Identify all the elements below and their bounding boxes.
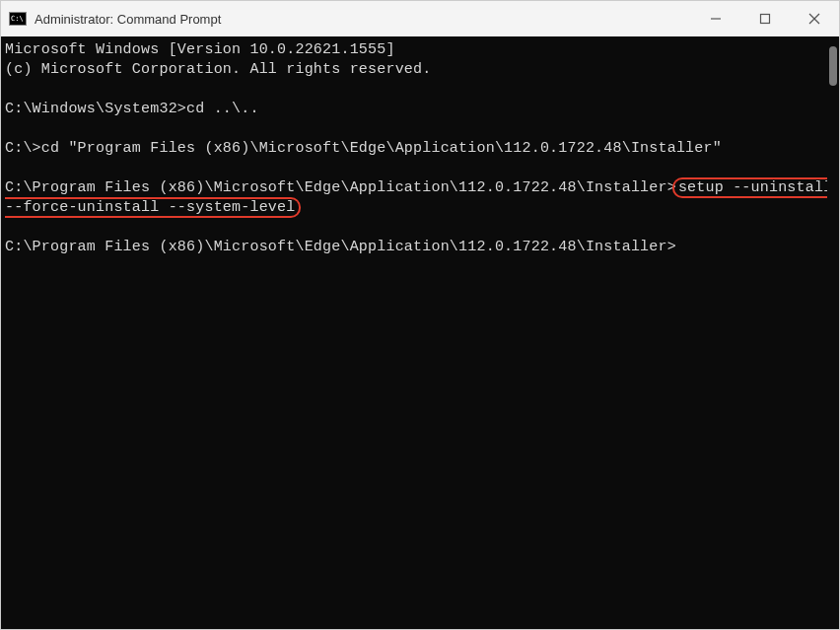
svg-rect-3 — [761, 15, 770, 24]
terminal-area[interactable]: Microsoft Windows [Version 10.0.22621.15… — [1, 36, 839, 629]
minimize-button[interactable] — [691, 1, 740, 36]
cmd-icon: C:\ — [9, 11, 27, 27]
window-controls — [691, 1, 839, 36]
scrollbar-track[interactable] — [827, 36, 839, 629]
terminal-line: C:\Program Files (x86)\Microsoft\Edge\Ap… — [5, 238, 833, 257]
terminal-line — [5, 119, 833, 139]
svg-text:C:\: C:\ — [11, 15, 24, 23]
terminal-line: (c) Microsoft Corporation. All rights re… — [5, 60, 833, 80]
close-button[interactable] — [790, 1, 839, 36]
terminal-line — [5, 218, 833, 238]
terminal-output[interactable]: Microsoft Windows [Version 10.0.22621.15… — [1, 36, 839, 261]
titlebar[interactable]: C:\ Administrator: Command Prompt — [1, 1, 839, 36]
terminal-line: Microsoft Windows [Version 10.0.22621.15… — [5, 40, 833, 60]
window-title: Administrator: Command Prompt — [35, 12, 221, 27]
terminal-line: C:\>cd "Program Files (x86)\Microsoft\Ed… — [5, 139, 833, 159]
terminal-line — [5, 80, 833, 100]
scrollbar-thumb[interactable] — [829, 46, 837, 86]
terminal-line: C:\Program Files (x86)\Microsoft\Edge\Ap… — [5, 178, 833, 218]
terminal-line: C:\Windows\System32>cd ..\.. — [5, 100, 833, 119]
maximize-button[interactable] — [740, 1, 790, 36]
terminal-line — [5, 159, 833, 178]
command-prompt-window: C:\ Administrator: Command Prompt Micros… — [0, 0, 840, 630]
